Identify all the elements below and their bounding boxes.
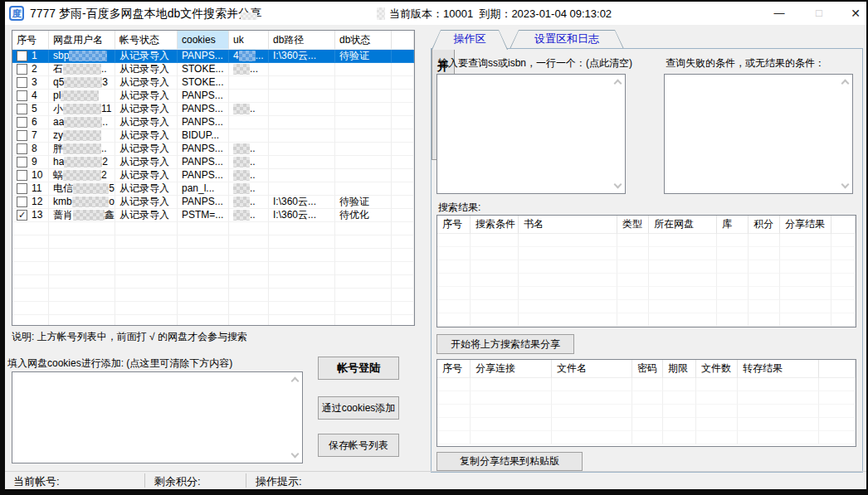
share-results-button[interactable]: 开始将上方搜索结果分享 <box>436 334 574 354</box>
minimize-button[interactable]: — <box>765 2 793 25</box>
table-row[interactable]: 4pl从记录导入PANPS... <box>12 90 414 103</box>
blank-cell <box>552 391 632 405</box>
column-header[interactable]: 搜索条件 <box>471 216 519 234</box>
add-by-cookies-button[interactable]: 通过cookies添加 <box>318 396 399 420</box>
row-checkbox[interactable] <box>17 157 27 167</box>
table-row[interactable]: 11电信5从记录导入pan_l..... <box>12 182 414 196</box>
blank-cell <box>437 287 471 300</box>
cookie-add-label[interactable]: 填入网盘cookies进行添加: (点这里可清除下方内容) <box>7 357 232 371</box>
blank-cell <box>335 275 392 289</box>
table-row[interactable]: 2石..从记录导入STOKE...... <box>12 63 414 76</box>
column-header[interactable]: db状态 <box>335 31 392 50</box>
user-suffix: .. <box>101 143 107 155</box>
row-checkbox[interactable] <box>17 183 27 194</box>
blank-cell <box>831 287 856 300</box>
column-header[interactable]: 库 <box>717 216 749 234</box>
row-checkbox[interactable]: ✓ <box>17 210 27 221</box>
tab-settings-log[interactable]: 设置区和日志 <box>510 30 624 49</box>
status-cell: 从记录导入 <box>115 50 178 63</box>
row-checkbox[interactable] <box>17 104 27 114</box>
empty-row <box>12 315 414 326</box>
column-header[interactable]: 文件数 <box>696 360 738 378</box>
uk-suffix: ... <box>256 50 264 62</box>
copy-share-results-button[interactable]: 复制分享结果到粘贴版 <box>436 452 583 471</box>
row-checkbox[interactable] <box>17 51 27 61</box>
row-checkbox[interactable] <box>17 170 27 181</box>
cookie-input[interactable] <box>12 372 302 463</box>
maximize-button[interactable]: □ <box>805 2 833 25</box>
row-checkbox[interactable] <box>17 130 27 141</box>
blank-cell <box>392 63 414 76</box>
column-header <box>392 31 414 50</box>
column-header[interactable]: 网盘用户名 <box>49 31 115 50</box>
column-header[interactable]: 密码 <box>632 360 663 378</box>
redacted-area <box>64 157 102 167</box>
table-row[interactable]: 5小11从记录导入PANPS..... <box>12 103 414 116</box>
blank-cell <box>471 247 519 260</box>
table-row[interactable]: 9ha2从记录导入PANPS..... <box>12 156 414 169</box>
table-row[interactable]: 1sbp从记录导入PANPS...4...I:\360云...待验证 <box>12 50 414 63</box>
close-button[interactable]: ✕ <box>841 2 868 25</box>
row-checkbox[interactable] <box>17 77 27 88</box>
table-row[interactable]: 8胖..从记录导入PANPS..... <box>12 143 414 156</box>
column-header[interactable]: 分享连接 <box>471 360 552 378</box>
blank-cell <box>178 302 229 315</box>
query-input[interactable] <box>437 75 625 193</box>
row-index-cell: 5 <box>12 103 49 116</box>
row-checkbox[interactable] <box>17 197 27 207</box>
column-header[interactable]: 积分 <box>749 216 780 234</box>
tab-operation[interactable]: 操作区 <box>432 30 508 50</box>
blank-cell <box>738 405 819 418</box>
blank-cell <box>617 300 649 313</box>
row-checkbox[interactable] <box>17 143 27 154</box>
column-header[interactable]: 序号 <box>437 360 471 378</box>
table-row[interactable]: 12kmbo从记录导入PANPS.....I:\360云...待验证 <box>12 196 414 209</box>
table-row[interactable]: 7zy从记录导入BIDUP... <box>12 129 414 143</box>
row-checkbox[interactable] <box>17 90 27 101</box>
table-row[interactable]: 3q53从记录导入STOKE... <box>12 76 414 90</box>
column-header[interactable]: 期限 <box>663 360 696 378</box>
empty-row <box>437 247 856 260</box>
redacted-area <box>73 210 105 221</box>
blank-cell <box>12 222 49 235</box>
version-info: 当前版本：10001 到期：2023-01-04 09:13:02 <box>389 7 612 22</box>
column-header[interactable]: 转存结果 <box>738 360 819 378</box>
column-header[interactable]: uk <box>229 31 269 50</box>
row-checkbox[interactable] <box>17 64 27 75</box>
db-state-cell <box>335 116 392 129</box>
blank-cell <box>831 260 856 274</box>
failed-conditions-box[interactable] <box>665 75 852 193</box>
blank-cell <box>437 418 471 431</box>
blank-cell <box>519 313 617 327</box>
row-checkbox[interactable] <box>17 117 27 128</box>
operation-panel: 输入要查询ss或isbn，一行一个：(点此清空) 查询失败的条件，或无结果的条件… <box>431 48 863 473</box>
query-input-label[interactable]: 输入要查询ss或isbn，一行一个：(点此清空) <box>438 56 632 70</box>
column-header[interactable]: 帐号状态 <box>115 31 178 50</box>
column-header[interactable]: 序号 <box>437 216 471 234</box>
accounts-table-header: 序号 网盘用户名 帐号状态 cookies uk db路径 db状态 <box>12 31 414 50</box>
search-results-label: 搜索结果: <box>438 201 480 215</box>
cookies-cell: PANPS... <box>178 143 229 156</box>
column-header[interactable]: 书名 <box>519 216 617 234</box>
table-row[interactable]: 6aa..从记录导入PANPS... <box>12 116 414 129</box>
column-header[interactable]: db路径 <box>269 31 335 50</box>
column-header[interactable]: cookies <box>178 31 229 50</box>
table-row[interactable]: ✓13蔷肖鑫从记录导入PSTM=.....I:\360云...待优化 <box>12 209 414 222</box>
uk-suffix: .. <box>250 209 256 221</box>
blank-cell <box>471 274 519 287</box>
blank-cell <box>519 274 617 287</box>
table-row[interactable]: 10蜗2从记录导入PANPS..... <box>12 169 414 182</box>
app-window: 度 7777 梦雨-百度多网盘本地db文件搜索并分享 当前版本：10001 到期… <box>5 2 866 489</box>
column-header[interactable]: 文件名 <box>552 360 632 378</box>
column-header[interactable]: 类型 <box>617 216 649 234</box>
title-bar[interactable]: 度 7777 梦雨-百度多网盘本地db文件搜索并分享 当前版本：10001 到期… <box>5 2 866 25</box>
column-header[interactable]: 所在网盘 <box>649 216 717 234</box>
column-header[interactable]: 分享结果 <box>780 216 831 234</box>
blank-cell <box>819 391 856 405</box>
account-login-button[interactable]: 帐号登陆 <box>318 357 399 380</box>
expire-label: 到期： <box>479 7 511 20</box>
blank-cell <box>632 391 663 405</box>
blank-cell <box>749 287 780 300</box>
save-account-list-button[interactable]: 保存帐号列表 <box>318 434 399 457</box>
column-header[interactable]: 序号 <box>12 31 49 50</box>
